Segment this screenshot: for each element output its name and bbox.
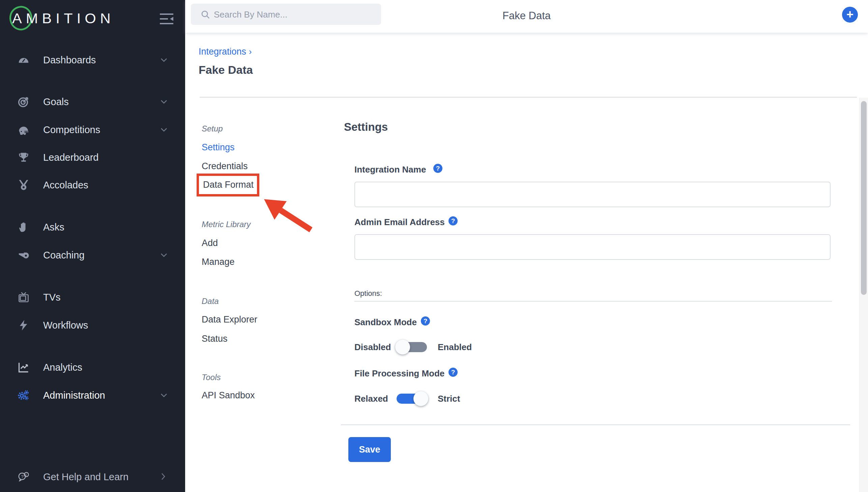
sidebar-item-label: Dashboards (43, 53, 96, 67)
sandbox-mode-label: Sandbox Mode (354, 317, 417, 327)
trophy-icon (18, 151, 30, 164)
subnav-item-data-explorer[interactable]: Data Explorer (202, 314, 257, 325)
whistle-icon (18, 249, 30, 261)
target-icon (18, 96, 30, 108)
sidebar-item-workflows[interactable]: Workflows (0, 318, 185, 333)
chevron-down-icon (160, 98, 168, 105)
file-processing-mode-label: File Processing Mode (354, 368, 444, 379)
search-icon (200, 9, 210, 20)
subnav-heading-setup: Setup (202, 124, 223, 133)
admin-email-label: Admin Email Address (354, 217, 445, 227)
chevron-down-icon (160, 126, 168, 133)
helmet-icon (18, 124, 30, 136)
tv-icon (18, 291, 30, 303)
subnav-item-manage[interactable]: Manage (202, 257, 235, 267)
chevron-down-icon (160, 57, 168, 63)
admin-email-help-icon[interactable]: ? (448, 216, 458, 225)
options-label: Options: (354, 289, 382, 298)
logo-wordmark: AMBITION (12, 10, 115, 27)
file-processing-off-label: Relaxed (354, 394, 388, 404)
app-window: AMBITION Dashboards Goals (0, 0, 868, 492)
page-title: Fake Data (198, 63, 253, 76)
sidebar-item-label: Goals (43, 95, 69, 108)
gauge-icon (18, 54, 30, 66)
file-processing-help-icon[interactable]: ? (448, 368, 458, 377)
subnav-item-settings[interactable]: Settings (202, 142, 235, 153)
file-processing-mode-toggle[interactable] (397, 394, 427, 404)
subnav-heading-tools: Tools (202, 373, 220, 382)
annotation-highlight-box (196, 174, 259, 196)
scrollbar-track[interactable] (859, 98, 868, 492)
breadcrumb-separator: › (249, 47, 252, 56)
sidebar-collapse-icon[interactable] (159, 11, 175, 26)
form-divider (341, 424, 850, 425)
toggle-knob (395, 340, 410, 354)
subnav-item-api-sandbox[interactable]: API Sandbox (202, 390, 255, 401)
sidebar-item-administration[interactable]: Administration (0, 389, 185, 403)
breadcrumb-link[interactable]: Integrations (198, 47, 246, 57)
file-processing-on-label: Strict (438, 394, 460, 404)
sidebar-item-competitions[interactable]: Competitions (0, 123, 185, 138)
sidebar-item-goals[interactable]: Goals (0, 95, 185, 110)
sidebar-item-label: Coaching (43, 248, 85, 262)
sidebar-item-coaching[interactable]: Coaching (0, 248, 185, 263)
sidebar-item-label: Analytics (43, 361, 82, 374)
integration-name-help-icon[interactable]: ? (433, 164, 442, 173)
bolt-icon (18, 319, 30, 331)
sidebar-item-label: Administration (43, 389, 105, 402)
svg-text:i: i (26, 473, 27, 477)
svg-text:?: ? (21, 474, 24, 479)
gears-icon (18, 389, 30, 401)
header-divider (200, 97, 857, 98)
hand-icon (18, 221, 30, 233)
sidebar-item-label: Workflows (43, 318, 88, 332)
section-heading-settings: Settings (344, 121, 388, 133)
sidebar-item-asks[interactable]: Asks (0, 220, 185, 235)
sidebar-item-label: Leaderboard (43, 151, 98, 164)
sandbox-on-label: Enabled (438, 342, 472, 352)
sidebar-item-tvs[interactable]: TVs (0, 291, 185, 305)
topbar: Fake Data + (185, 0, 868, 33)
sidebar-item-get-help[interactable]: ?i Get Help and Learn (0, 470, 185, 485)
breadcrumb[interactable]: Integrations› (198, 47, 252, 57)
chevron-down-icon (160, 252, 168, 259)
integration-name-label: Integration Name (354, 165, 426, 175)
sidebar-item-label: Accolades (43, 178, 88, 192)
sidebar-item-label: Asks (43, 220, 64, 234)
line-chart-icon (18, 361, 30, 373)
sandbox-mode-toggle[interactable] (397, 342, 427, 352)
sandbox-mode-help-icon[interactable]: ? (421, 316, 430, 325)
chevron-right-icon (160, 472, 168, 479)
save-button[interactable]: Save (348, 437, 391, 462)
annotation-arrow (260, 194, 317, 236)
sidebar-item-analytics[interactable]: Analytics (0, 361, 185, 375)
subnav-heading-metric-library: Metric Library (202, 220, 251, 229)
search-input[interactable] (213, 4, 376, 26)
sandbox-off-label: Disabled (354, 342, 391, 352)
sidebar-item-label: Competitions (43, 123, 100, 137)
search-box[interactable] (191, 4, 381, 25)
integration-name-input[interactable] (354, 182, 830, 207)
sidebar-item-label: Get Help and Learn (43, 470, 128, 484)
scrollbar-thumb[interactable] (861, 101, 867, 295)
sidebar-item-accolades[interactable]: Accolades (0, 178, 185, 193)
logo: AMBITION (12, 7, 174, 29)
admin-email-input[interactable] (354, 234, 830, 260)
help-bubbles-icon: ?i (18, 471, 30, 483)
medal-icon (18, 179, 30, 191)
subnav-heading-data: Data (202, 297, 219, 306)
subnav-item-add[interactable]: Add (202, 238, 218, 248)
sidebar-item-label: TVs (43, 291, 61, 304)
options-divider (354, 301, 832, 302)
subnav-item-status[interactable]: Status (202, 334, 228, 344)
sidebar: AMBITION Dashboards Goals (0, 0, 185, 492)
chevron-down-icon (160, 392, 168, 399)
add-button[interactable]: + (842, 7, 858, 23)
sidebar-item-dashboards[interactable]: Dashboards (0, 53, 185, 68)
toggle-knob (414, 391, 428, 406)
sidebar-item-leaderboard[interactable]: Leaderboard (0, 151, 185, 166)
subnav-item-credentials[interactable]: Credentials (202, 161, 248, 172)
